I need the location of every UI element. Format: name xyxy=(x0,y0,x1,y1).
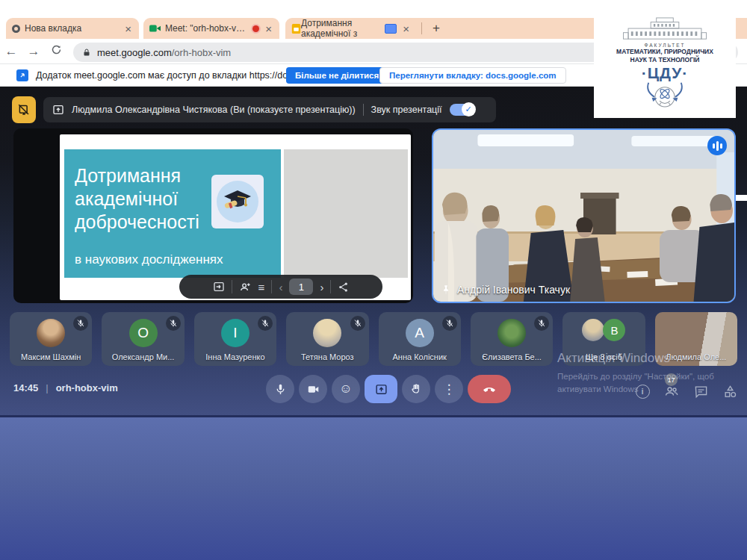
avatar-initial: А xyxy=(415,325,424,341)
presenter-bar: Людмила Олександрівна Чистякова (Ви (пок… xyxy=(43,97,496,122)
meet-icon xyxy=(149,24,161,33)
slide-title-line1: Дотримання xyxy=(75,164,199,187)
share-icon[interactable] xyxy=(338,281,349,293)
view-tab-button[interactable]: Переглянути вкладку: docs.google.com xyxy=(379,67,566,84)
avatar xyxy=(313,319,341,347)
avatar: В xyxy=(603,319,625,341)
present-icon xyxy=(375,383,388,396)
avatar: І xyxy=(221,319,249,347)
toggle-check-icon: ✓ xyxy=(462,102,476,116)
show-everyone-button[interactable] xyxy=(664,384,679,399)
participant-name: Максим Шахмін xyxy=(10,352,92,361)
tab-share-icon xyxy=(16,69,28,81)
participant-name: Тетяна Мороз xyxy=(286,352,368,361)
presentation-blocked-button[interactable] xyxy=(12,96,36,123)
meeting-info: 14:45 | orh-hobx-vim xyxy=(13,382,118,393)
desktop-wallpaper xyxy=(0,415,747,560)
meeting-room-video xyxy=(433,130,734,302)
chat-icon xyxy=(694,385,708,399)
participant-tile[interactable]: Максим Шахмін xyxy=(10,312,92,366)
participant-name: Інна Мазуренко xyxy=(194,352,276,361)
participant-name: Єлизавета Бе... xyxy=(471,352,553,361)
faculty-name-line1: МАТЕМАТИКИ, ПРИРОДНИЧИХ xyxy=(616,48,713,56)
previous-slide-button[interactable]: ‹ xyxy=(279,281,282,293)
avatar xyxy=(37,319,65,347)
presentation-tile[interactable]: Дотримання академічної доброчесності в н… xyxy=(13,128,413,303)
avatar: О xyxy=(129,319,158,347)
stop-sharing-button[interactable]: Більше не ділитися xyxy=(286,67,388,84)
presentation-audio-toggle[interactable]: ✓ xyxy=(450,104,475,116)
edge-highlight xyxy=(736,195,747,201)
slide-title-line2: академічної xyxy=(75,187,199,211)
participant-video-tile[interactable]: Людмила Оле... xyxy=(655,312,737,366)
meet-app: Людмила Олександрівна Чистякова (Ви (пок… xyxy=(0,87,747,415)
participant-name: Людмила Оле... xyxy=(655,352,737,361)
reload-icon xyxy=(51,44,62,55)
camera-icon xyxy=(307,383,320,396)
mic-off-icon xyxy=(73,316,88,331)
hands-atom-emblem-icon xyxy=(641,81,689,111)
more-options-button[interactable]: ⋮ xyxy=(435,375,463,403)
screen: Нова вкладка × Meet: "orh-hobx-vim" × До… xyxy=(0,0,747,560)
participant-tile[interactable]: Тетяна Мороз xyxy=(286,312,368,366)
tab-slides[interactable]: Дотримання академічної з × xyxy=(285,18,417,39)
shapes-icon xyxy=(723,385,737,399)
meeting-code: orh-hobx-vim xyxy=(56,382,118,393)
mic-off-icon xyxy=(350,316,365,331)
close-icon[interactable]: × xyxy=(401,23,411,34)
slides-icon xyxy=(291,24,301,34)
tab-meet[interactable]: Meet: "orh-hobx-vim" × xyxy=(143,18,279,39)
meeting-details-button[interactable]: i xyxy=(635,384,650,399)
faculty-logo-overlay: ФАКУЛЬТЕТ МАТЕМАТИКИ, ПРИРОДНИЧИХ НАУК Т… xyxy=(594,15,736,118)
end-call-icon xyxy=(482,382,497,396)
participant-tile[interactable]: О Олександр Ми... xyxy=(102,312,184,366)
present-button[interactable] xyxy=(365,375,397,403)
mic-icon xyxy=(274,383,287,396)
divider: | xyxy=(46,382,48,393)
tab-new-tab[interactable]: Нова вкладка × xyxy=(6,18,139,39)
participant-count-badge: 17 xyxy=(665,373,678,386)
next-slide-button[interactable]: › xyxy=(320,281,323,293)
back-button[interactable]: ← xyxy=(0,44,22,59)
participant-tile[interactable]: Єлизавета Бе... xyxy=(471,312,553,366)
close-icon[interactable]: × xyxy=(264,23,273,34)
graduation-cap-icon xyxy=(217,181,258,223)
divider xyxy=(232,280,232,293)
meeting-tools: i xyxy=(635,384,737,399)
person-add-icon[interactable] xyxy=(239,281,252,293)
mic-button[interactable] xyxy=(266,375,294,403)
participant-tile[interactable]: А Анна Колісник xyxy=(379,312,461,366)
speaker-video-tile[interactable]: Андрій Іванович Ткачук xyxy=(432,128,736,303)
present-icon xyxy=(52,104,64,116)
raise-hand-button[interactable] xyxy=(402,375,430,403)
close-icon[interactable]: × xyxy=(123,23,133,34)
emoji-button[interactable]: ☺ xyxy=(332,375,360,403)
camera-button[interactable] xyxy=(299,375,327,403)
participant-name: Анна Колісник xyxy=(379,352,461,361)
url-domain: meet.google.com xyxy=(97,47,172,58)
more-participants-tile[interactable]: В Ще 8 осіб xyxy=(562,312,645,366)
speaker-name: Андрій Іванович Ткачук xyxy=(457,284,570,296)
university-building-icon xyxy=(620,17,710,41)
slide-list-icon[interactable]: ≡ xyxy=(258,281,265,293)
reload-button[interactable] xyxy=(45,44,67,59)
chat-button[interactable] xyxy=(693,384,708,399)
open-presentation-icon[interactable] xyxy=(213,281,225,293)
end-call-button[interactable] xyxy=(468,375,511,403)
avatar-group: В xyxy=(582,319,625,341)
people-icon xyxy=(664,384,679,399)
hand-icon xyxy=(410,383,422,395)
presentation-controls: ≡ ‹ 1 › xyxy=(179,275,382,299)
forward-button[interactable]: → xyxy=(22,44,45,59)
avatar-initial: В xyxy=(610,324,618,337)
activities-button[interactable] xyxy=(722,384,737,399)
url-text: meet.google.com/orh-hobx-vim xyxy=(97,47,231,58)
mic-off-icon xyxy=(442,316,457,331)
new-tab-button[interactable]: + xyxy=(427,21,446,36)
mic-off-icon xyxy=(258,316,273,331)
faculty-name-line2: НАУК ТА ТЕХНОЛОГІЙ xyxy=(630,56,700,64)
participant-tile[interactable]: І Інна Мазуренко xyxy=(194,312,276,366)
tab-sharing-icon xyxy=(385,24,397,34)
lock-icon xyxy=(82,48,91,57)
participant-name: Олександр Ми... xyxy=(102,352,184,361)
